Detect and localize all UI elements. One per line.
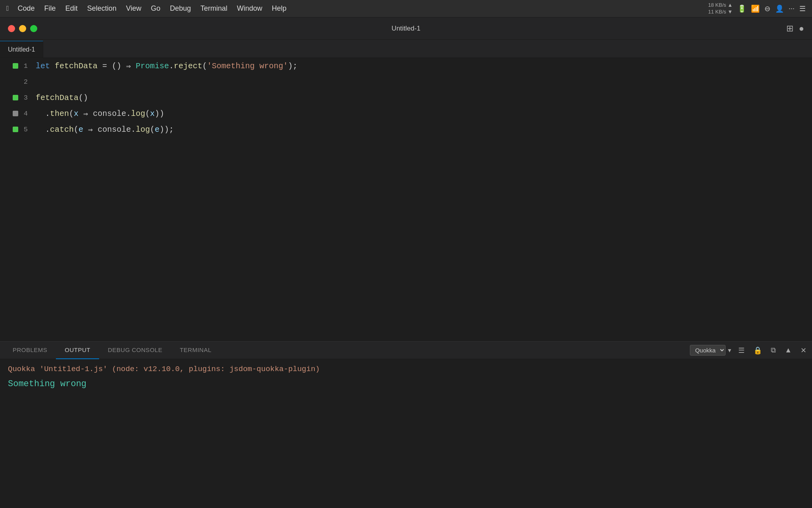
- code-line-5: .catch(e ⇒ console.log(e));: [36, 121, 812, 137]
- menubar-selection[interactable]: Selection: [83, 3, 121, 14]
- line-gutter: 1 2 3 4 5: [0, 58, 32, 341]
- menubar-help[interactable]: Help: [268, 3, 291, 14]
- line-indicator-3: [13, 95, 18, 100]
- code-line-3: fetchData(): [36, 90, 812, 106]
- minimize-button[interactable]: [19, 25, 26, 32]
- panel-output-content: Quokka 'Untitled-1.js' (node: v12.10.0, …: [0, 359, 812, 508]
- gutter-row-5: 5: [0, 121, 32, 137]
- menubar-file[interactable]: File: [40, 3, 60, 14]
- editor-scrollbar[interactable]: [807, 58, 812, 341]
- titlebar-icons: ⊞ ●: [786, 23, 804, 34]
- menubar-window[interactable]: Window: [233, 3, 266, 14]
- line-indicator-4: [13, 111, 18, 116]
- titlebar: Untitled-1 ⊞ ●: [0, 17, 812, 40]
- output-source-select[interactable]: Quokka: [690, 345, 726, 356]
- line-indicator-5: [13, 127, 18, 132]
- editor-tab-untitled[interactable]: Untitled-1: [0, 41, 43, 58]
- line-number-4: 4: [21, 110, 28, 117]
- panel: PROBLEMS OUTPUT DEBUG CONSOLE TERMINAL Q…: [0, 341, 812, 508]
- menubar-debug[interactable]: Debug: [166, 3, 195, 14]
- gutter-row-1: 1: [0, 58, 32, 74]
- menubar-right: 18 KB/s ▲11 KB/s ▼ 🔋 📶 ⊖ 👤 ··· ☰: [708, 2, 806, 15]
- output-source-select-wrap: Quokka ▾: [690, 345, 731, 356]
- menubar-edit[interactable]: Edit: [61, 3, 82, 14]
- tab-debug-console[interactable]: DEBUG CONSOLE: [99, 342, 171, 359]
- editor-area: Untitled-1 1 2 3 4: [0, 40, 812, 341]
- window-title: Untitled-1: [392, 25, 421, 33]
- wifi-icon: 📶: [751, 4, 760, 13]
- line-indicator-1: [13, 63, 18, 69]
- code-container: 1 2 3 4 5: [0, 58, 812, 341]
- line-number-2: 2: [21, 78, 28, 86]
- split-editor-icon[interactable]: ⊞: [786, 23, 793, 34]
- tab-terminal[interactable]: TERMINAL: [171, 342, 220, 359]
- fullscreen-button[interactable]: [30, 25, 37, 32]
- gutter-row-4: 4: [0, 106, 32, 121]
- chevron-up-icon[interactable]: ▲: [783, 344, 793, 356]
- code-editor[interactable]: let fetchData = () ⇒ Promise.reject('Som…: [32, 58, 812, 341]
- chevron-down-icon: ▾: [728, 346, 731, 354]
- close-button[interactable]: [8, 25, 15, 32]
- line-number-5: 5: [21, 126, 28, 133]
- panel-tabs: PROBLEMS OUTPUT DEBUG CONSOLE TERMINAL Q…: [0, 342, 812, 359]
- apple-menu[interactable]: : [6, 4, 9, 13]
- panel-tab-right: Quokka ▾ ☰ 🔒 ⧉ ▲ ✕: [690, 344, 808, 356]
- minus-icon: ⊖: [764, 4, 770, 13]
- code-line-4: .then(x ⇒ console.log(x)): [36, 106, 812, 121]
- menubar-go[interactable]: Go: [147, 3, 164, 14]
- gutter-row-3: 3: [0, 90, 32, 106]
- window-controls: [8, 25, 37, 32]
- battery-icon: 🔋: [737, 4, 746, 13]
- line-number-1: 1: [21, 62, 28, 70]
- net-stats: 18 KB/s ▲11 KB/s ▼: [708, 2, 733, 15]
- dots-icon: ···: [789, 4, 795, 13]
- menubar-terminal[interactable]: Terminal: [196, 3, 231, 14]
- gutter-row-2: 2: [0, 74, 32, 90]
- line-number-3: 3: [21, 94, 28, 102]
- output-something-wrong: Something wrong: [8, 379, 804, 389]
- code-line-2: [36, 74, 812, 90]
- dot-icon: ●: [799, 23, 804, 34]
- copy-icon[interactable]: ⧉: [769, 344, 778, 356]
- tab-output[interactable]: OUTPUT: [56, 342, 99, 359]
- menubar-view[interactable]: View: [122, 3, 146, 14]
- code-line-1: let fetchData = () ⇒ Promise.reject('Som…: [36, 58, 812, 74]
- output-quokka-header: Quokka 'Untitled-1.js' (node: v12.10.0, …: [8, 365, 804, 373]
- list-icon: ☰: [799, 4, 806, 13]
- tab-problems[interactable]: PROBLEMS: [4, 342, 56, 359]
- editor-tabs: Untitled-1: [0, 40, 812, 58]
- lock-icon[interactable]: 🔒: [752, 344, 764, 356]
- menubar:  Code File Edit Selection View Go Debug…: [0, 0, 812, 17]
- menubar-code[interactable]: Code: [14, 3, 39, 14]
- user-icon: 👤: [775, 4, 784, 13]
- close-panel-icon[interactable]: ✕: [799, 344, 808, 356]
- line-indicator-2: [13, 79, 18, 85]
- clear-output-icon[interactable]: ☰: [737, 344, 746, 356]
